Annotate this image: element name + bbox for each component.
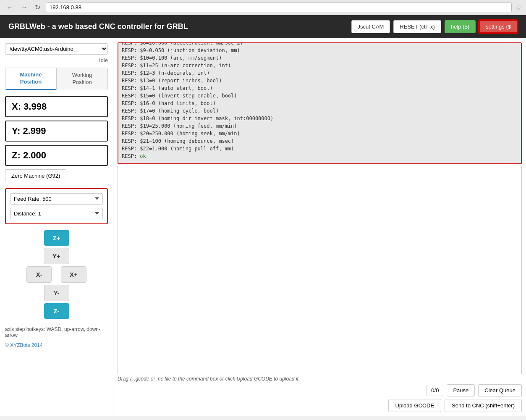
position-z: Z: 2.000 [5, 145, 108, 166]
help-button[interactable]: help ($) [445, 20, 476, 33]
tab-working-position[interactable]: WorkingPosition [57, 68, 107, 90]
z-plus-button[interactable]: Z+ [44, 230, 69, 246]
z-minus-button[interactable]: Z- [44, 303, 69, 319]
copyright: © XYZBots 2014 [5, 342, 108, 348]
forward-button[interactable]: → [18, 3, 29, 12]
send-to-cnc-button[interactable]: Send to CNC (shift+enter) [445, 399, 522, 412]
browser-bar: ← → ↻ ☆ [0, 0, 526, 15]
jog-row-y: Y+ [44, 248, 69, 264]
position-y: Y: 2.999 [5, 121, 108, 142]
port-select[interactable]: /dev/ttyACM0:usb-Arduino__ [5, 43, 108, 55]
drag-hint: Drag a .gcode or .nc file to the command… [118, 376, 522, 382]
distance-select[interactable]: Distance: 1 Distance: 0.1 Distance: 0.01… [10, 208, 103, 219]
clear-queue-button[interactable]: Clear Queue [478, 384, 522, 396]
queue-counter: 0/0 [427, 385, 443, 396]
distance-row: Distance: 1 Distance: 0.1 Distance: 0.01… [10, 208, 103, 219]
left-panel: /dev/ttyACM0:usb-Arduino__ Idle MachineP… [0, 38, 113, 416]
upload-gcode-button[interactable]: Upload GCODE [388, 399, 441, 412]
bookmark-button[interactable]: ☆ [515, 3, 522, 12]
jog-row-yminus: Y- [44, 285, 69, 301]
zero-machine-button[interactable]: Zero Machine (G92) [5, 169, 66, 182]
y-plus-button[interactable]: Y+ [44, 248, 69, 264]
bottom-row: 0/0 Pause Clear Queue [118, 384, 522, 396]
tab-machine-position[interactable]: MachinePosition [5, 68, 56, 90]
jog-row-zplus: Z+ [44, 230, 69, 246]
app-title: GRBLWeb - a web based CNC controller for… [8, 22, 188, 31]
feed-rate-row: Feed Rate: 500 Feed Rate: 100 Feed Rate:… [10, 193, 103, 205]
x-minus-button[interactable]: X- [26, 266, 52, 283]
jog-row-x: X- X+ [26, 266, 86, 283]
reset-button[interactable]: RESET (ctrl-x) [393, 20, 441, 33]
position-x: X: 3.998 [5, 96, 108, 117]
pause-button[interactable]: Pause [447, 384, 475, 396]
header-buttons: Jscut CAM RESET (ctrl-x) help ($) settin… [351, 20, 518, 33]
status-text: Idle [5, 57, 108, 63]
x-plus-button[interactable]: X+ [61, 266, 86, 283]
command-input[interactable] [118, 166, 522, 374]
jog-row-zminus: Z- [44, 303, 69, 319]
settings-button[interactable]: settings ($ [479, 20, 518, 33]
action-row: Upload GCODE Send to CNC (shift+enter) [118, 399, 522, 412]
refresh-button[interactable]: ↻ [33, 3, 42, 12]
position-tabs: MachinePosition WorkingPosition [5, 68, 108, 90]
y-minus-button[interactable]: Y- [44, 285, 69, 301]
feed-rate-select[interactable]: Feed Rate: 500 Feed Rate: 100 Feed Rate:… [10, 193, 103, 205]
address-bar[interactable] [46, 3, 512, 12]
app-header: GRBLWeb - a web based CNC controller for… [0, 15, 526, 38]
hotkeys-text: axis step hotkeys: WASD, up-arrow, down-… [5, 326, 108, 338]
feed-distance-box: Feed Rate: 500 Feed Rate: 100 Feed Rate:… [5, 188, 108, 224]
right-panel: RESP: $8=20.000 (acceleration, mm/sec^2)… [113, 38, 526, 416]
console-box[interactable]: RESP: $8=20.000 (acceleration, mm/sec^2)… [118, 42, 522, 164]
hotkeys-label: axis step hotkeys: [5, 326, 45, 332]
jog-area: Z+ Y+ X- X+ Y- Z- [5, 230, 108, 319]
port-select-row: /dev/ttyACM0:usb-Arduino__ [5, 43, 108, 55]
jscut-button[interactable]: Jscut CAM [351, 20, 390, 33]
back-button[interactable]: ← [4, 3, 15, 12]
main-layout: /dev/ttyACM0:usb-Arduino__ Idle MachineP… [0, 38, 526, 416]
